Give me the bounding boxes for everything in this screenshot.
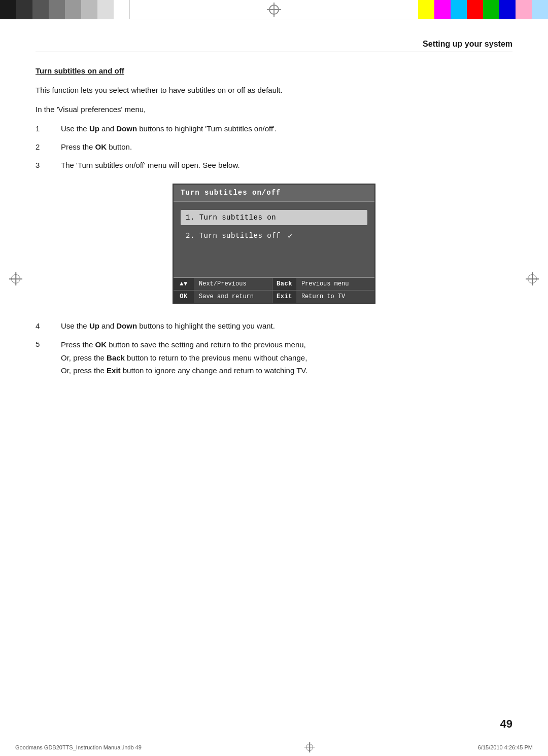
step-number: 2 [36,141,61,153]
step-content: The 'Turn subtitles on/off' menu will op… [61,159,512,171]
color-block [97,0,114,19]
list-item: 4 Use the Up and Down buttons to highlig… [36,320,512,332]
page-number: 49 [500,717,512,731]
step-number: 5 [36,338,61,350]
color-block [434,0,451,19]
color-block [467,0,483,19]
list-item: 3 The 'Turn subtitles on/off' menu will … [36,159,512,171]
bold-down: Down [116,124,137,133]
footer-left-text: Goodmans GDB20TTS_Instruction Manual.ind… [15,744,142,750]
footer-row-2: OK Save and return Exit Return to TV [174,291,374,303]
step-number: 1 [36,123,61,135]
footer-label-exit: Return to TV [296,291,374,303]
tv-menu-title-text: Turn subtitles on/off [181,189,281,197]
bottom-bar: Goodmans GDB20TTS_Instruction Manual.ind… [0,738,548,756]
tv-menu-item-2-text: 2. Turn subtitles off [186,232,281,240]
color-block [49,0,65,19]
footer-key-back: Back [272,278,296,290]
bold-ok: OK [95,142,107,151]
tv-menu-spacer [181,246,367,267]
section-header: Setting up your system [36,40,512,52]
footer-right-text: 6/15/2010 4:26:45 PM [478,744,533,750]
color-block [516,0,532,19]
bold-back: Back [107,353,125,362]
list-item: 1 Use the Up and Down buttons to highlig… [36,123,512,135]
tv-menu-item-1-text: 1. Turn subtitles on [186,213,276,222]
color-block [532,0,548,19]
color-strip-left [0,0,130,19]
checkmark-icon: ✓ [288,231,293,241]
tv-menu-title-bar: Turn subtitles on/off [174,185,374,202]
step-content: Use the Up and Down buttons to highlight… [61,123,512,135]
tv-menu: Turn subtitles on/off 1. Turn subtitles … [173,184,375,304]
footer-label-back: Previous menu [296,278,374,290]
footer-row-1: ▲▼ Next/Previous Back Previous menu [174,278,374,291]
color-block [81,0,97,19]
tv-menu-item-1[interactable]: 1. Turn subtitles on [181,210,367,225]
bold-exit: Exit [107,366,121,375]
tv-menu-container: Turn subtitles on/off 1. Turn subtitles … [36,184,512,304]
step-content: Press the OK button. [61,141,512,153]
bold-up: Up [89,321,99,330]
color-block [483,0,499,19]
bold-down: Down [116,321,137,330]
footer-key-ok: OK [174,291,194,303]
section-title: Setting up your system [423,40,512,48]
footer-key-exit: Exit [272,291,296,303]
color-block [32,0,49,19]
tv-menu-footer: ▲▼ Next/Previous Back Previous menu [174,277,374,303]
bold-up: Up [89,124,99,133]
crosshair-icon [304,742,315,752]
bold-ok: OK [95,340,107,349]
color-block [451,0,467,19]
bottom-bar-crosshair [304,742,315,752]
color-block [499,0,516,19]
color-block [65,0,81,19]
step-number: 4 [36,320,61,332]
menu-context-paragraph: In the 'Visual preferences' menu, [36,103,512,116]
steps-list-continued: 4 Use the Up and Down buttons to highlig… [36,320,512,377]
step-number: 3 [36,159,61,171]
color-block [16,0,32,19]
top-center-crosshair [130,0,418,19]
color-block [0,0,16,19]
color-block [114,0,130,19]
step-content: Press the OK button to save the setting … [61,338,512,377]
color-block [418,0,434,19]
tv-menu-item-2[interactable]: 2. Turn subtitles off ✓ [181,227,367,244]
subsection-title: Turn subtitles on and off [36,66,512,75]
tv-menu-body: 1. Turn subtitles on 2. Turn subtitles o… [174,202,374,277]
page-content: Setting up your system Turn subtitles on… [0,19,548,419]
color-strip-right [418,0,548,19]
intro-paragraph: This function lets you select whether to… [36,84,512,96]
crosshair-icon [267,3,281,17]
footer-label-ok: Save and return [194,291,272,303]
step-content: Use the Up and Down buttons to highlight… [61,320,512,332]
list-item: 2 Press the OK button. [36,141,512,153]
footer-key-nav: ▲▼ [174,278,194,290]
steps-list: 1 Use the Up and Down buttons to highlig… [36,123,512,171]
top-bar [0,0,548,19]
footer-label-nav: Next/Previous [194,278,272,290]
list-item: 5 Press the OK button to save the settin… [36,338,512,377]
